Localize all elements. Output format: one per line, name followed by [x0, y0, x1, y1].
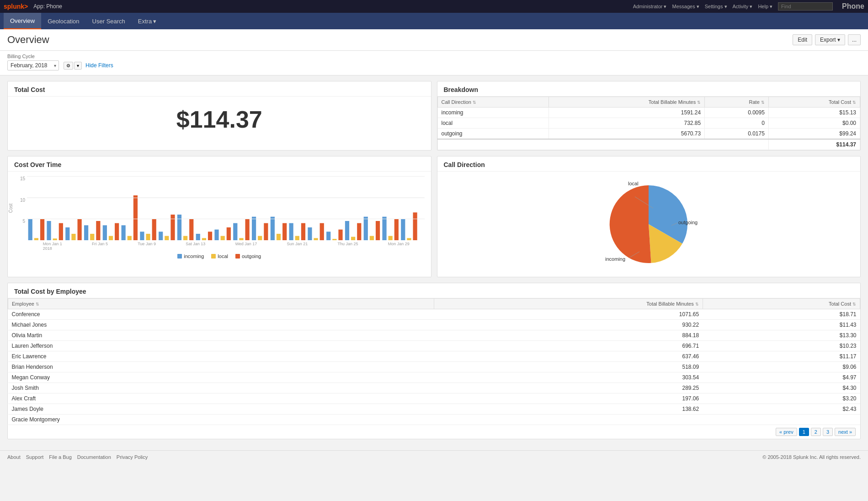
- export-button[interactable]: Export ▾: [815, 34, 845, 45]
- employee-row: Gracie Montgomery: [8, 415, 860, 425]
- activity-menu[interactable]: Activity ▾: [733, 4, 753, 10]
- sort-icon-rate[interactable]: ⇅: [761, 100, 765, 105]
- employee-cell-cost: $13.30: [703, 330, 860, 341]
- next-page-button[interactable]: next »: [835, 428, 856, 436]
- breakdown-row: incoming 1591.24 0.0095 $15.13: [437, 108, 860, 118]
- x-axis-labels: Mon Jan 12018 Fri Jan 5 Tue Jan 9 Sat Ja…: [14, 240, 425, 251]
- billing-cycle-label: Billing Cycle: [7, 54, 861, 59]
- billing-cycle-select[interactable]: February, 2018: [7, 60, 59, 70]
- bar-local: [370, 236, 374, 240]
- page-3-button[interactable]: 3: [823, 428, 833, 436]
- employee-row: Alex Craft 197.06 $3.20: [8, 393, 860, 404]
- bar-incoming: [233, 223, 237, 240]
- employee-row: James Doyle 138.62 $2.43: [8, 404, 860, 415]
- bar-local: [389, 236, 393, 240]
- nav-item-user-search[interactable]: User Search: [86, 13, 132, 29]
- more-options-button[interactable]: ...: [848, 34, 861, 45]
- about-link[interactable]: About: [7, 454, 21, 460]
- breakdown-cell-direction: incoming: [437, 108, 548, 118]
- sort-icon-emp-minutes[interactable]: ⇅: [695, 302, 699, 307]
- y-10: 10: [20, 198, 25, 203]
- nav-item-extra[interactable]: Extra ▾: [132, 13, 163, 29]
- bar-local: [277, 234, 281, 240]
- employee-cell-name: James Doyle: [8, 404, 434, 415]
- bar-outgoing: [264, 223, 268, 240]
- find-input[interactable]: [778, 2, 833, 11]
- bar-chart-area: [27, 176, 425, 240]
- bar-incoming: [84, 225, 88, 240]
- top-nav-right: Administrator ▾ Messages ▾ Settings ▾ Ac…: [633, 2, 864, 11]
- bar-incoming: [308, 227, 312, 240]
- filter-settings-icon[interactable]: ⚙: [64, 62, 73, 70]
- bar-local: [165, 236, 169, 240]
- sort-icon-emp-cost[interactable]: ⇅: [852, 302, 856, 307]
- legend-label-outgoing: outgoing: [242, 253, 261, 259]
- support-link[interactable]: Support: [26, 454, 44, 460]
- filter-dropdown-icon[interactable]: ▾: [74, 62, 82, 70]
- app-name-label[interactable]: App: Phone: [33, 3, 62, 10]
- bar-incoming: [271, 217, 275, 240]
- y-5: 5: [22, 219, 25, 224]
- employee-cell-name: Gracie Montgomery: [8, 415, 434, 425]
- bar-local: [239, 238, 243, 240]
- bar-outgoing: [376, 221, 380, 240]
- hide-filters-link[interactable]: Hide Filters: [85, 62, 113, 69]
- y-axis-label-cost: Cost: [8, 204, 13, 213]
- prev-page-button[interactable]: « prev: [776, 428, 797, 436]
- administrator-menu[interactable]: Administrator ▾: [633, 4, 667, 10]
- employee-cell-minutes: 1071.65: [434, 309, 703, 320]
- employee-row: Michael Jones 930.22 $11.43: [8, 320, 860, 330]
- y-15: 15: [20, 176, 25, 181]
- call-direction-body: local outgoing incoming: [437, 172, 861, 277]
- footer: About Support File a Bug Documentation P…: [0, 450, 868, 463]
- employee-table: Employee ⇅ Total Billable Minutes ⇅ Tota…: [8, 298, 860, 425]
- pie-label-outgoing: outgoing: [678, 220, 698, 225]
- x-label-jan13: Sat Jan 13: [186, 242, 205, 251]
- employee-cell-minutes: 518.09: [434, 362, 703, 372]
- documentation-link[interactable]: Documentation: [77, 454, 111, 460]
- app-navigation: Overview Geolocation User Search Extra ▾: [0, 13, 868, 29]
- page-2-button[interactable]: 2: [811, 428, 821, 436]
- legend-dot-incoming: [177, 254, 182, 259]
- breakdown-cell-direction: local: [437, 118, 548, 129]
- bar-incoming: [103, 225, 107, 240]
- breakdown-cell-cost: $15.13: [768, 108, 860, 118]
- employee-cell-name: Michael Jones: [8, 320, 434, 330]
- employee-table-title: Total Cost by Employee: [8, 283, 860, 298]
- privacy-policy-link[interactable]: Privacy Policy: [117, 454, 148, 460]
- sort-icon-minutes[interactable]: ⇅: [697, 100, 701, 105]
- messages-menu[interactable]: Messages ▾: [672, 4, 699, 10]
- employee-cell-cost: $4.97: [703, 372, 860, 383]
- help-menu[interactable]: Help ▾: [758, 4, 772, 10]
- employee-cell-name: Olivia Martin: [8, 330, 434, 341]
- file-a-bug-link[interactable]: File a Bug: [49, 454, 72, 460]
- sort-icon-employee[interactable]: ⇅: [36, 302, 39, 307]
- employee-cell-name: Brian Henderson: [8, 362, 434, 372]
- nav-item-overview[interactable]: Overview: [4, 13, 41, 29]
- employee-cell-cost: $4.30: [703, 383, 860, 393]
- x-label-jan21: Sun Jan 21: [287, 242, 308, 251]
- splunk-logo[interactable]: splunk>: [4, 3, 28, 10]
- sort-icon-direction[interactable]: ⇅: [473, 100, 476, 105]
- bar-local: [34, 238, 38, 240]
- employee-cell-cost: $10.23: [703, 341, 860, 351]
- breakdown-col-direction: Call Direction ⇅: [437, 97, 548, 108]
- legend-dot-outgoing: [235, 254, 240, 259]
- employee-table-panel: Total Cost by Employee Employee ⇅ Total …: [7, 283, 861, 439]
- bar-incoming: [252, 217, 256, 240]
- bar-incoming: [401, 219, 405, 240]
- settings-menu[interactable]: Settings ▾: [705, 4, 727, 10]
- sort-icon-cost[interactable]: ⇅: [852, 100, 856, 105]
- bar-incoming: [177, 215, 181, 240]
- employee-cell-name: Eric Lawrence: [8, 351, 434, 362]
- employee-row: Josh Smith 289.25 $4.30: [8, 383, 860, 393]
- page-1-button[interactable]: 1: [799, 428, 809, 436]
- bar-outgoing: [320, 223, 324, 240]
- x-label-jan1: Mon Jan 12018: [43, 242, 62, 251]
- bar-outgoing: [245, 219, 250, 240]
- bar-local: [183, 236, 187, 240]
- nav-item-geolocation[interactable]: Geolocation: [41, 13, 85, 29]
- employee-cell-cost: $11.43: [703, 320, 860, 330]
- total-cost-value: $114.37: [8, 97, 431, 142]
- edit-button[interactable]: Edit: [793, 34, 812, 45]
